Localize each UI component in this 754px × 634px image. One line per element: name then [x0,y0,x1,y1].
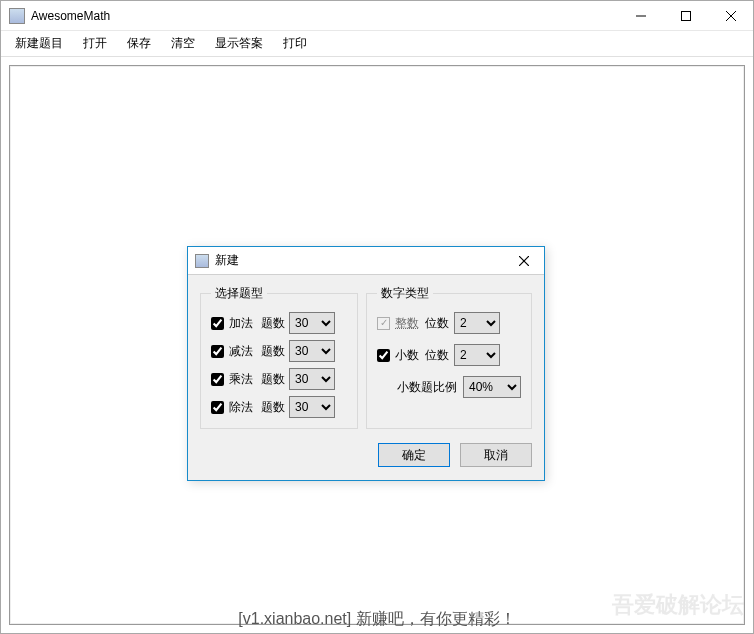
group-type-legend: 选择题型 [211,285,267,302]
type-row-sub: 减法 题数 30 [211,340,347,362]
count-label: 题数 [261,315,285,332]
menu-clear[interactable]: 清空 [161,32,205,55]
type-row-div: 除法 题数 30 [211,396,347,418]
label-sub: 减法 [229,343,253,360]
label-mul: 乘法 [229,371,253,388]
client-area: 新建 选择题型 加法 题数 30 [1,57,753,633]
group-number-legend: 数字类型 [377,285,433,302]
svg-rect-1 [681,11,690,20]
select-count-div[interactable]: 30 [289,396,335,418]
row-decimal: 小数 位数 2 [377,344,521,366]
dialog-body: 选择题型 加法 题数 30 减法 题数 30 [188,275,544,480]
menu-open[interactable]: 打开 [73,32,117,55]
checkbox-integer: ✓ [377,317,390,330]
group-number: 数字类型 ✓ 整数 位数 2 小数 位数 2 [366,285,532,429]
label-ratio: 小数题比例 [397,379,457,396]
select-ratio[interactable]: 40% [463,376,521,398]
window-title: AwesomeMath [31,9,110,23]
dialog-title: 新建 [215,252,239,269]
checkbox-sub[interactable] [211,345,224,358]
select-count-mul[interactable]: 30 [289,368,335,390]
label-decimal: 小数 [395,347,419,364]
dialog-close-button[interactable] [504,247,544,275]
maximize-button[interactable] [663,1,708,31]
count-label: 题数 [261,343,285,360]
checkbox-div[interactable] [211,401,224,414]
count-label: 题数 [261,399,285,416]
ok-button[interactable]: 确定 [378,443,450,467]
cancel-button[interactable]: 取消 [460,443,532,467]
count-label: 题数 [261,371,285,388]
select-count-sub[interactable]: 30 [289,340,335,362]
menu-bar: 新建题目 打开 保存 清空 显示答案 打印 [1,31,753,57]
close-button[interactable] [708,1,753,31]
checkbox-decimal[interactable] [377,349,390,362]
group-type: 选择题型 加法 题数 30 减法 题数 30 [200,285,358,429]
app-icon [9,8,25,24]
label-integer-digits: 位数 [425,315,449,332]
dialog-app-icon [195,254,209,268]
minimize-button[interactable] [618,1,663,31]
checkbox-add[interactable] [211,317,224,330]
menu-save[interactable]: 保存 [117,32,161,55]
checkbox-mul[interactable] [211,373,224,386]
type-row-add: 加法 题数 30 [211,312,347,334]
label-decimal-digits: 位数 [425,347,449,364]
menu-answer[interactable]: 显示答案 [205,32,273,55]
type-row-mul: 乘法 题数 30 [211,368,347,390]
main-titlebar: AwesomeMath [1,1,753,31]
label-add: 加法 [229,315,253,332]
main-window: AwesomeMath 新建题目 打开 保存 清空 显示答案 打印 新建 选 [0,0,754,634]
menu-new[interactable]: 新建题目 [5,32,73,55]
row-integer: ✓ 整数 位数 2 [377,312,521,334]
select-decimal-digits[interactable]: 2 [454,344,500,366]
dialog-titlebar: 新建 [188,247,544,275]
menu-print[interactable]: 打印 [273,32,317,55]
select-integer-digits[interactable]: 2 [454,312,500,334]
select-count-add[interactable]: 30 [289,312,335,334]
new-dialog: 新建 选择题型 加法 题数 30 [187,246,545,481]
row-ratio: 小数题比例 40% [377,376,521,398]
label-div: 除法 [229,399,253,416]
label-integer: 整数 [395,315,419,332]
